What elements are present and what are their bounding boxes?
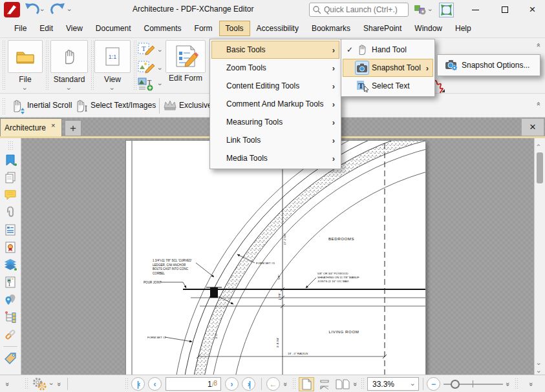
menu-item-content-editing-tools[interactable]: Content Editing Tools › [211, 77, 339, 95]
statusbar-expand-icon[interactable]: » [56, 382, 63, 385]
edit-form-toolbar-button[interactable]: Edit Form [166, 40, 206, 83]
menu-edit[interactable]: Edit [33, 21, 59, 36]
scroll-down-icon[interactable]: › [535, 363, 542, 366]
menu-item-zoom-tools[interactable]: Zoom Tools › [211, 59, 339, 77]
toolbar-handle[interactable] [2, 98, 6, 114]
scrollbar-thumb[interactable] [537, 152, 543, 183]
edit-object-tool-icon[interactable] [137, 60, 156, 77]
quick-launch-search[interactable] [309, 3, 409, 17]
file-toolbar-button[interactable]: File › [8, 40, 43, 93]
statusbar-handle-right[interactable] [515, 378, 519, 390]
properties-gears-icon[interactable] [31, 377, 48, 392]
redo-button[interactable] [50, 3, 66, 18]
edit-text-caret-icon[interactable]: › [156, 50, 164, 52]
toolbar2-collapse-icon[interactable]: » [534, 103, 542, 106]
standard-toolbar-button[interactable]: Standard › [50, 40, 88, 93]
statusbar-handle[interactable] [25, 378, 29, 390]
document-viewport[interactable]: BEDROOMS LIVING ROOM 1 3/4"x11 7/8" SCL … [21, 138, 534, 375]
exclusive-mode-button[interactable]: Exclusive [179, 101, 212, 110]
tab-architecture[interactable]: Architecture × [0, 118, 62, 136]
undo-dropdown-caret[interactable]: › [39, 9, 46, 12]
menu-form[interactable]: Form [188, 21, 219, 36]
toolbar-handle[interactable] [2, 40, 6, 90]
new-tab-button[interactable]: + [65, 120, 81, 136]
scroll-up-icon[interactable]: › [534, 145, 542, 147]
menu-comments[interactable]: Comments [138, 21, 188, 36]
vertical-scrollbar[interactable]: › › › [534, 138, 545, 375]
select-text-images-button[interactable]: Select Text/Images [91, 101, 156, 110]
zoom-level-combobox[interactable]: 33.3% › [367, 377, 419, 391]
content-panel-icon[interactable]: T [4, 276, 17, 289]
menu-item-hand-tool[interactable]: ✓ Hand Tool [343, 41, 433, 59]
continuous-layout-button[interactable] [317, 377, 332, 391]
next-page-button[interactable]: › [225, 377, 239, 391]
destinations-panel-icon[interactable] [4, 293, 17, 306]
fields-panel-icon[interactable] [4, 223, 17, 236]
comments-panel-icon[interactable] [4, 189, 17, 201]
add-content-tool-icon[interactable]: T [137, 77, 156, 93]
menu-item-basic-tools[interactable]: Basic Tools › [211, 41, 339, 59]
pdf-page[interactable]: BEDROOMS LIVING ROOM 1 3/4"x11 7/8" SCL … [126, 141, 425, 375]
ui-options-icon[interactable] [414, 3, 428, 18]
properties-caret-icon[interactable]: › [48, 383, 55, 386]
zoom-out-button[interactable]: − [427, 377, 440, 391]
previous-page-button[interactable]: ‹ [148, 377, 162, 391]
signatures-panel-icon[interactable] [4, 241, 17, 254]
menu-view[interactable]: View [59, 21, 89, 36]
structure-panel-icon[interactable] [4, 311, 17, 324]
toolbar-collapse-icon[interactable]: » [534, 45, 542, 47]
maximize-button[interactable] [490, 0, 520, 19]
layers-panel-icon[interactable] [4, 258, 17, 271]
menu-bookmarks[interactable]: Bookmarks [305, 21, 357, 36]
edit-text-tool-icon[interactable]: T [137, 42, 156, 59]
zoom-slider-thumb[interactable] [451, 380, 460, 389]
layout-expand-icon[interactable]: » [352, 382, 359, 385]
close-button[interactable]: × [520, 0, 545, 19]
menu-item-snapshot-tool[interactable]: Snapshot Tool › [343, 59, 433, 77]
menu-accessibility[interactable]: Accessibility [250, 21, 305, 36]
menu-item-snapshot-options[interactable]: Snapshot Options... [439, 56, 539, 74]
zoom-handle[interactable] [361, 378, 365, 390]
inertial-scroll-button[interactable]: Inertial Scroll [27, 101, 72, 110]
bookmarks-panel-icon[interactable] [4, 154, 17, 167]
sidebar-collapse-icon[interactable]: » [4, 382, 12, 385]
quick-launch-input[interactable] [309, 3, 409, 17]
zoom-expand-icon[interactable]: » [504, 382, 512, 385]
tab-close-icon[interactable]: × [51, 121, 55, 129]
statusbar-collapse-right-icon[interactable]: » [528, 382, 535, 385]
attachments-panel-icon[interactable] [4, 206, 17, 219]
add-content-caret-icon[interactable]: › [156, 83, 164, 86]
minimize-button[interactable] [460, 0, 490, 19]
thumbnails-panel-icon[interactable] [4, 171, 17, 184]
menu-item-link-tools[interactable]: Link Tools › [211, 131, 339, 149]
two-page-layout-button[interactable] [335, 377, 350, 391]
layout-handle[interactable] [292, 378, 297, 390]
undo-button[interactable] [24, 3, 39, 18]
edit-object-caret-icon[interactable]: › [156, 68, 164, 70]
last-page-button[interactable]: ›| [242, 377, 255, 391]
scroll-down-icon-2[interactable]: › [535, 371, 542, 373]
menu-tools[interactable]: Tools [219, 21, 250, 36]
menu-item-media-tools[interactable]: Media Tools › [211, 149, 339, 167]
sidebar-handle[interactable] [8, 141, 14, 150]
close-document-button[interactable]: × [521, 118, 544, 136]
first-page-button[interactable]: |‹ [131, 377, 145, 391]
menu-document[interactable]: Document [89, 21, 138, 36]
links-panel-icon[interactable] [4, 328, 17, 341]
menu-help[interactable]: Help [449, 21, 478, 36]
menu-item-comment-and-markup-tools[interactable]: Comment And Markup Tools › [211, 95, 339, 113]
previous-view-button[interactable]: ← [266, 377, 280, 391]
redo-dropdown-caret[interactable]: › [66, 9, 73, 12]
menu-file[interactable]: File [8, 21, 33, 36]
fullscreen-toggle-icon[interactable] [439, 3, 454, 17]
view-toolbar-button[interactable]: 1:1 View › [94, 40, 131, 93]
ui-options-caret[interactable]: › [427, 9, 434, 12]
single-page-layout-button[interactable] [299, 377, 314, 391]
tags-panel-icon[interactable] [4, 351, 17, 364]
menu-sharepoint[interactable]: SharePoint [357, 21, 408, 36]
pagenav-expand-icon[interactable]: » [282, 382, 290, 385]
page-number-box[interactable]: 1/8 [166, 377, 221, 391]
menu-window[interactable]: Window [408, 21, 449, 36]
menu-item-select-text[interactable]: T Select Text [343, 77, 433, 95]
pagenav-handle[interactable] [125, 378, 129, 390]
